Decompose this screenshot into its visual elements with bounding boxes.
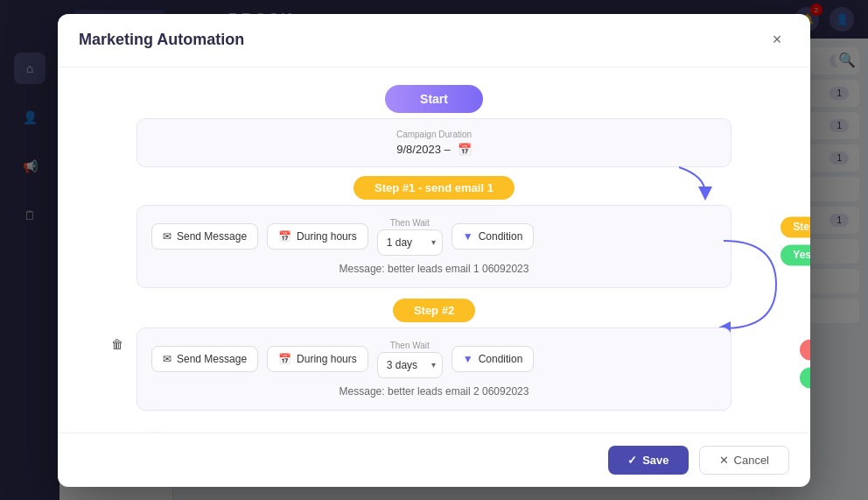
step2-send-message-label: Send Message bbox=[177, 353, 247, 365]
clock-icon-1: 📅 bbox=[278, 230, 291, 243]
step2-label: Step #2 bbox=[393, 299, 475, 322]
cancel-icon: ✕ bbox=[719, 454, 729, 467]
step2-message: Message: better leads email 2 06092023 bbox=[151, 385, 717, 398]
step1-label: Step #1 - send email 1 bbox=[354, 176, 514, 200]
save-icon: ✓ bbox=[627, 454, 637, 467]
step2-send-message-button[interactable]: ✉ Send Message bbox=[151, 346, 258, 372]
cancel-button[interactable]: ✕ Cancel bbox=[699, 446, 789, 475]
save-button[interactable]: ✓ Save bbox=[608, 446, 688, 475]
step2-condition-label: Condition bbox=[479, 353, 523, 365]
step1-message: Message: better leads email 1 06092023 bbox=[151, 263, 717, 275]
filter-icon-2: ▼ bbox=[463, 353, 473, 365]
campaign-box: Campaign Duration 9/8/2023 – 📅 bbox=[136, 118, 732, 167]
step1-condition-label: Condition bbox=[479, 230, 523, 243]
step2-during-hours-label: During hours bbox=[297, 353, 357, 365]
step1-box: ✉ Send Message 📅 During hours Then Wait … bbox=[136, 205, 732, 288]
step2-box: 🗑 ✉ Send Message 📅 During hours Then Wai… bbox=[136, 327, 732, 411]
duration-text: 9/8/2023 – bbox=[396, 143, 450, 156]
step1-during-hours-button[interactable]: 📅 During hours bbox=[267, 223, 368, 250]
step2-inner: ✉ Send Message 📅 During hours Then Wait … bbox=[151, 341, 717, 378]
step1-wait-group: Then Wait 1 day 2 days 3 days 1 week bbox=[377, 218, 443, 256]
step2-no-badge[interactable]: No ▾ bbox=[800, 339, 810, 360]
step2-delete-button[interactable]: 🗑 bbox=[111, 337, 123, 351]
campaign-duration-label: Campaign Duration bbox=[155, 130, 713, 139]
modal-close-button[interactable]: × bbox=[765, 28, 789, 53]
modal-body: Start Campaign Duration 9/8/2023 – 📅 bbox=[58, 67, 810, 433]
step1-then-wait-label: Then Wait bbox=[377, 218, 443, 228]
step2-wait-select[interactable]: 1 day 2 days 3 days 1 week bbox=[377, 352, 443, 378]
step2-then-wait-label: Then Wait bbox=[377, 341, 443, 350]
step2-right-controls: No ▾ Yes ▾ bbox=[800, 339, 810, 388]
cancel-label: Cancel bbox=[734, 454, 769, 467]
save-label: Save bbox=[642, 454, 668, 467]
modal: Marketing Automation × Start Campaign Du… bbox=[58, 14, 810, 487]
modal-footer: ✓ Save ✕ Cancel bbox=[58, 433, 810, 487]
step2-wait-select-wrapper: 1 day 2 days 3 days 1 week bbox=[377, 352, 443, 378]
step2-section: Step #2 🗑 ✉ Send Message 📅 During hours bbox=[79, 299, 789, 411]
send-message-icon: ✉ bbox=[163, 230, 172, 243]
send-message-icon-2: ✉ bbox=[163, 353, 172, 365]
step1-wait-select[interactable]: 1 day 2 days 3 days 1 week bbox=[377, 229, 443, 256]
campaign-duration-value: 9/8/2023 – 📅 bbox=[155, 143, 713, 156]
clock-icon-2: 📅 bbox=[278, 353, 291, 365]
step2-yes-badge[interactable]: Yes ▾ bbox=[800, 367, 810, 388]
modal-title: Marketing Automation bbox=[79, 31, 244, 49]
filter-icon-1: ▼ bbox=[463, 230, 473, 243]
step1-section: Step #1 - send email 1 ✉ Send Message 📅 … bbox=[79, 176, 789, 288]
step1-wait-select-wrapper: 1 day 2 days 3 days 1 week bbox=[377, 229, 443, 256]
modal-overlay: Marketing Automation × Start Campaign Du… bbox=[0, 0, 868, 500]
step1-inner: ✉ Send Message 📅 During hours Then Wait … bbox=[151, 218, 717, 256]
step2-condition-button[interactable]: ▼ Condition bbox=[452, 346, 535, 372]
start-block: Start bbox=[385, 85, 483, 113]
step2-during-hours-button[interactable]: 📅 During hours bbox=[267, 346, 368, 372]
step1-condition-button[interactable]: ▼ Condition bbox=[452, 223, 535, 250]
step2-wait-group: Then Wait 1 day 2 days 3 days 1 week bbox=[377, 341, 443, 378]
step1-send-message-button[interactable]: ✉ Send Message bbox=[151, 223, 258, 250]
modal-header: Marketing Automation × bbox=[58, 14, 810, 67]
calendar-icon[interactable]: 📅 bbox=[458, 143, 472, 156]
step1-send-message-label: Send Message bbox=[177, 230, 247, 243]
step1-during-hours-label: During hours bbox=[297, 230, 357, 243]
start-section: Start Campaign Duration 9/8/2023 – 📅 bbox=[79, 85, 789, 176]
